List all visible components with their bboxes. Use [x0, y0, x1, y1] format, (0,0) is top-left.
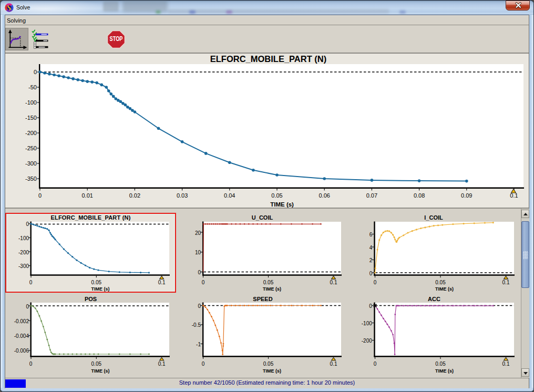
svg-text:STOP: STOP: [110, 35, 123, 43]
